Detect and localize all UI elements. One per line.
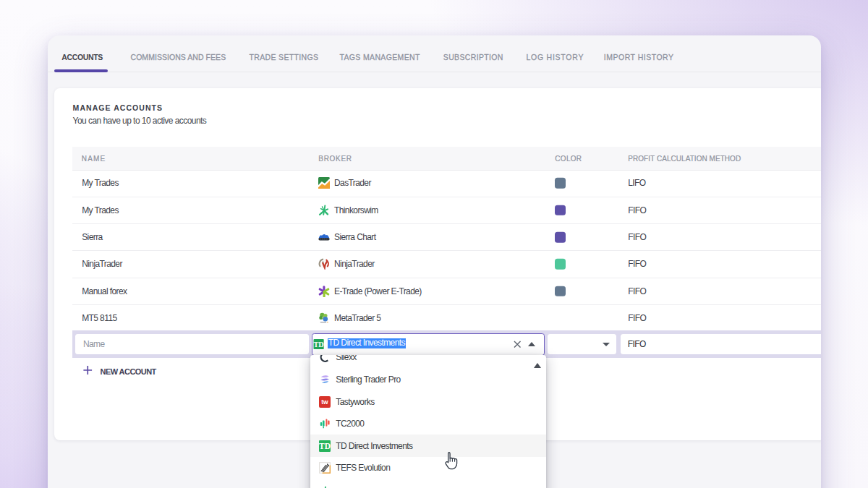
svg-text:TD: TD <box>314 341 324 348</box>
svg-text:tw: tw <box>321 398 328 406</box>
svg-text:TD: TD <box>319 442 331 450</box>
